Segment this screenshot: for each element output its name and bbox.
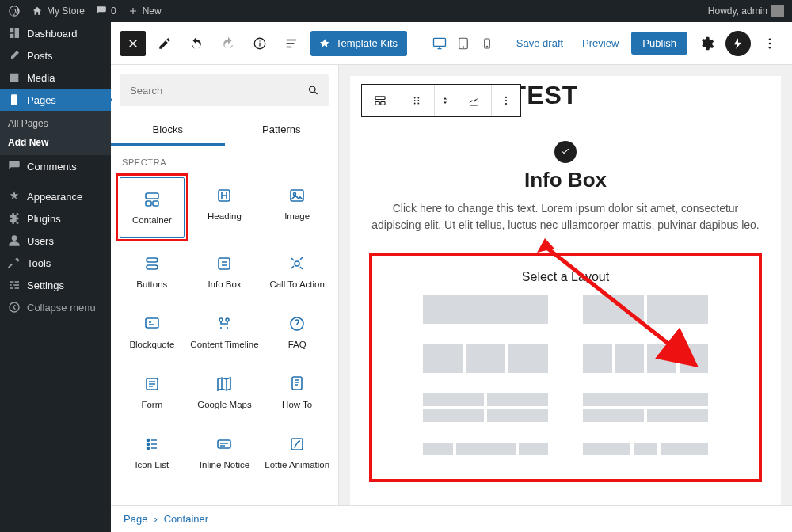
layout-option-4col[interactable] — [583, 344, 708, 373]
block-container[interactable]: Container — [120, 177, 185, 238]
layout-option-3col[interactable] — [423, 344, 548, 373]
svg-rect-32 — [375, 97, 385, 100]
layout-option-2-1-2[interactable] — [583, 443, 708, 455]
layout-option-2col[interactable] — [583, 295, 708, 324]
svg-point-41 — [505, 97, 507, 98]
block-icon-list[interactable]: Icon List — [116, 422, 188, 482]
block-label: FAQ — [288, 340, 307, 349]
redo-button[interactable] — [215, 31, 241, 56]
info-box-block[interactable]: Info Box Click here to change this text.… — [369, 141, 762, 234]
collapse-menu[interactable]: Collapse menu — [0, 296, 111, 318]
close-inserter-button[interactable] — [120, 31, 146, 56]
site-home-link[interactable]: My Store — [32, 6, 85, 17]
block-google-maps[interactable]: Google Maps — [188, 362, 261, 422]
menu-comments[interactable]: Comments — [0, 155, 111, 177]
block-label: How To — [282, 400, 312, 409]
block-label: Image — [284, 211, 310, 221]
block-label: Buttons — [136, 279, 167, 289]
menu-posts-label: Posts — [27, 50, 53, 62]
layout-option-1-2-1[interactable] — [423, 443, 548, 455]
svg-point-23 — [226, 318, 229, 321]
breadcrumb-container[interactable]: Container — [164, 513, 208, 525]
svg-point-9 — [769, 46, 771, 48]
block-label: Inline Notice — [200, 460, 249, 469]
block-heading[interactable]: Heading — [188, 173, 261, 234]
block-toolbar-more[interactable] — [492, 85, 520, 116]
search-input[interactable] — [130, 85, 307, 97]
block-label: Info Box — [208, 279, 241, 289]
template-kits-label: Template Kits — [336, 37, 398, 49]
breadcrumb-page[interactable]: Page — [124, 513, 147, 525]
device-mobile[interactable] — [477, 33, 497, 54]
edit-mode-button[interactable] — [152, 31, 177, 56]
layout-option-2x2[interactable] — [423, 393, 548, 422]
submenu-add-new[interactable]: Add New — [0, 133, 111, 152]
more-menu-button[interactable] — [757, 31, 782, 56]
layout-option-1-2[interactable] — [583, 393, 708, 422]
block-call-to-action[interactable]: Call To Action — [261, 241, 333, 302]
howdy-link[interactable]: Howdy, admin — [708, 5, 784, 17]
new-content-link[interactable]: New — [128, 6, 162, 17]
menu-pages[interactable]: Pages — [0, 89, 111, 111]
block-toolbar-type[interactable] — [362, 85, 398, 116]
menu-plugins[interactable]: Plugins — [0, 207, 111, 230]
block-content-timeline[interactable]: Content Timeline — [188, 302, 261, 362]
undo-button[interactable] — [184, 31, 209, 56]
menu-settings[interactable]: Settings — [0, 274, 111, 296]
block-faq[interactable]: FAQ — [261, 302, 333, 362]
menu-tools[interactable]: Tools — [0, 252, 111, 274]
svg-point-28 — [147, 443, 149, 446]
info-box-description[interactable]: Click here to change this text. Lorem ip… — [369, 200, 762, 234]
block-toolbar-move[interactable] — [435, 85, 455, 116]
svg-point-20 — [295, 261, 299, 266]
list-view-button[interactable] — [279, 31, 304, 56]
save-draft-button[interactable]: Save draft — [510, 34, 569, 52]
wp-logo[interactable] — [8, 5, 21, 17]
svg-rect-12 — [146, 201, 151, 206]
menu-tools-label: Tools — [27, 257, 51, 269]
preview-button[interactable]: Preview — [576, 34, 625, 52]
block-label: Icon List — [135, 460, 169, 469]
block-inline-notice[interactable]: Inline Notice — [188, 422, 261, 482]
info-button[interactable] — [247, 31, 272, 56]
block-form[interactable]: Form — [116, 362, 188, 422]
template-kits-button[interactable]: Template Kits — [310, 31, 407, 56]
publish-button[interactable]: Publish — [631, 32, 687, 55]
block-how-to[interactable]: How To — [261, 362, 333, 422]
menu-media[interactable]: Media — [0, 66, 111, 89]
page-content[interactable]: SPECTRA TEST Info Box Click here to chan… — [350, 76, 781, 505]
svg-rect-21 — [146, 318, 158, 328]
info-box-title[interactable]: Info Box — [369, 168, 762, 192]
layout-options — [423, 295, 708, 455]
block-blockquote[interactable]: Blockquote — [116, 302, 188, 362]
block-toolbar-drag[interactable] — [398, 85, 435, 116]
device-desktop[interactable] — [429, 33, 450, 54]
layout-title: Select a Layout — [390, 270, 741, 284]
block-label: Lottie Animation — [265, 460, 329, 469]
menu-users[interactable]: Users — [0, 230, 111, 252]
block-buttons[interactable]: Buttons — [116, 241, 188, 302]
block-toolbar-paste[interactable] — [455, 85, 492, 116]
svg-rect-34 — [380, 102, 384, 105]
svg-rect-19 — [219, 258, 230, 269]
block-search[interactable] — [120, 74, 329, 106]
block-image[interactable]: Image — [261, 173, 333, 234]
comments-link[interactable]: 0 — [96, 6, 116, 17]
menu-appearance[interactable]: Appearance — [0, 185, 111, 207]
svg-point-6 — [486, 46, 487, 47]
menu-posts[interactable]: Posts — [0, 44, 111, 66]
block-info-box[interactable]: Info Box — [188, 241, 261, 302]
menu-dashboard[interactable]: Dashboard — [0, 22, 111, 44]
svg-rect-33 — [375, 102, 379, 105]
device-tablet[interactable] — [453, 33, 474, 54]
settings-button[interactable] — [694, 31, 719, 56]
tab-patterns[interactable]: Patterns — [225, 116, 339, 146]
svg-point-27 — [147, 439, 149, 442]
submenu-all-pages[interactable]: All Pages — [0, 114, 111, 133]
layout-option-1col[interactable] — [423, 295, 548, 324]
spectra-button[interactable] — [725, 31, 751, 56]
tab-blocks[interactable]: Blocks — [111, 116, 225, 146]
svg-point-35 — [413, 97, 415, 99]
block-lottie-animation[interactable]: Lottie Animation — [261, 422, 333, 482]
block-toolbar — [361, 84, 521, 117]
